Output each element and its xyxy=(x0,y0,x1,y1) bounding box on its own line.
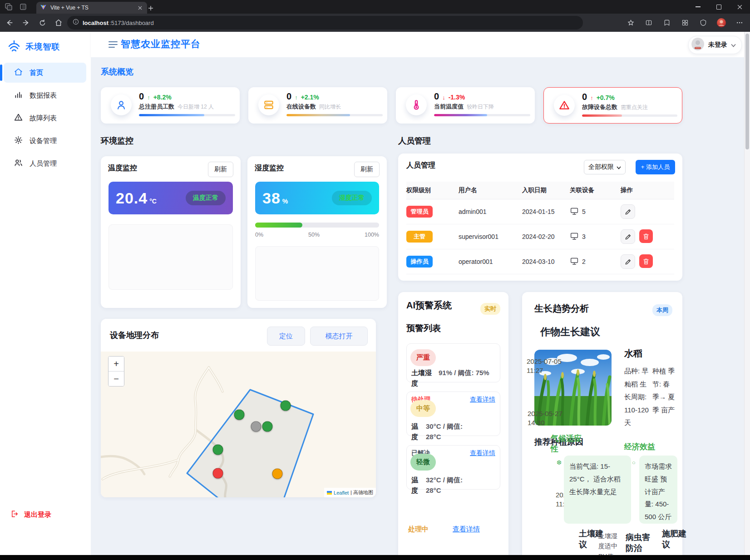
climate-text: 当前气温: 15-25°C， 适合水稻生长降水量充足 xyxy=(569,462,621,496)
back-icon[interactable] xyxy=(3,16,16,30)
sidebar-item-home[interactable]: 首页 xyxy=(4,63,86,83)
status-badge: 温度正常 xyxy=(186,191,226,205)
minimize-button[interactable] xyxy=(687,0,708,14)
device-marker[interactable] xyxy=(251,421,262,432)
settings-more-icon[interactable] xyxy=(733,16,746,30)
edit-button[interactable] xyxy=(621,254,635,269)
monitor-icon xyxy=(570,257,579,267)
favorites-icon[interactable] xyxy=(660,16,674,30)
zoom-out-button[interactable]: − xyxy=(109,371,124,386)
trend-value: +2.1% xyxy=(301,94,319,101)
fertilizer-title: 施肥建议 xyxy=(662,528,687,550)
stat-sublabel: 较昨日下降 xyxy=(467,103,494,111)
stat-value: 0 xyxy=(582,92,587,102)
filter-value: 全部权限 xyxy=(588,163,614,171)
logout-button[interactable]: 退出登录 xyxy=(10,510,51,520)
join-date-cell: 2024-03-10 xyxy=(522,258,570,265)
workspaces-icon[interactable] xyxy=(5,3,13,11)
device-marker[interactable] xyxy=(213,445,223,455)
stat-sublabel: 同比增长 xyxy=(319,103,341,111)
permission-filter-select[interactable]: 全部权限 xyxy=(584,160,626,174)
temperature-card: 温度监控 刷新 20.4 °C 温度正常 xyxy=(101,156,241,308)
map-markers-layer xyxy=(101,352,376,497)
collections-icon[interactable] xyxy=(678,16,692,30)
site-info-icon[interactable] xyxy=(73,19,79,27)
sidebar-item-label: 设备管理 xyxy=(30,137,57,145)
devices-icon xyxy=(258,94,279,115)
close-button[interactable] xyxy=(729,0,750,14)
device-count: 2 xyxy=(582,258,586,265)
tab-actions-icon[interactable] xyxy=(19,3,27,11)
sidebar-item-label: 首页 xyxy=(30,69,43,77)
view-details-link[interactable]: 查看详情 xyxy=(453,525,480,534)
home-icon[interactable] xyxy=(52,16,65,30)
stat-progress xyxy=(434,114,530,116)
warning-level-badge: 严重 xyxy=(410,349,436,366)
trend-up-icon: ↑ xyxy=(295,94,298,101)
url-host: localhost xyxy=(83,20,109,26)
role-badge: 主管 xyxy=(406,231,433,243)
stat-card-faults: 0↑+0.7% 故障设备总数需重点关注 xyxy=(543,87,682,124)
tab-title: Vite + Vue + TS xyxy=(50,5,133,11)
sidebar-item-personnel[interactable]: 人员管理 xyxy=(4,154,86,173)
delete-button[interactable] xyxy=(639,254,653,268)
warning-icon xyxy=(14,113,23,124)
card-title: AI预警系统 xyxy=(406,299,452,312)
stat-label: 在线设备数 xyxy=(286,103,316,111)
device-marker[interactable] xyxy=(234,410,245,420)
section-title-personnel: 人员管理 xyxy=(398,135,431,146)
scrollbar-thumb[interactable] xyxy=(745,34,749,149)
profile-avatar[interactable] xyxy=(715,16,728,30)
locate-button[interactable]: 定位 xyxy=(267,327,305,346)
sidebar-item-devices[interactable]: 设备管理 xyxy=(4,131,86,151)
tab-close-icon[interactable] xyxy=(136,4,143,11)
warning-detail: 32°C / 阈值: 28°C xyxy=(426,475,479,496)
personnel-table: 权限级别 用户名 入职日期 关联设备 操作 管理员 admin001 2024-… xyxy=(406,182,674,274)
zoom-in-button[interactable]: + xyxy=(109,357,124,371)
edit-button[interactable] xyxy=(621,229,635,244)
refresh-button[interactable]: 刷新 xyxy=(208,162,233,177)
leaflet-link[interactable]: Leaflet xyxy=(334,490,349,496)
browser-titlebar: Vite + Vue + TS xyxy=(0,0,750,14)
warning-item: 已解决 查看详情 轻微 温度 32°C / 阈值: 28°C xyxy=(406,445,500,490)
sidebar-item-faults[interactable]: 故障列表 xyxy=(4,108,86,128)
menu-toggle-icon[interactable] xyxy=(108,40,118,51)
address-bar[interactable]: localhost :5173/dashboard xyxy=(67,16,583,30)
device-marker[interactable] xyxy=(272,469,283,479)
split-screen-icon[interactable] xyxy=(642,16,656,30)
maximize-button[interactable] xyxy=(708,0,729,14)
leaflet-map[interactable]: + − Leaflet | 高德地图 xyxy=(101,352,376,497)
edit-button[interactable] xyxy=(621,204,635,219)
new-tab-button[interactable] xyxy=(146,4,155,13)
refresh-button[interactable]: 刷新 xyxy=(354,162,380,177)
temperature-chart-placeholder xyxy=(109,224,233,290)
temperature-banner: 20.4 °C 温度正常 xyxy=(109,182,233,214)
humidity-progress xyxy=(255,223,379,228)
user-menu[interactable]: 未登录 xyxy=(688,36,742,54)
economy-title: 经济效益 xyxy=(624,442,655,452)
device-marker[interactable] xyxy=(262,421,273,432)
view-details-link[interactable]: 查看详情 xyxy=(470,449,495,457)
browser-tab[interactable]: Vite + Vue + TS xyxy=(36,2,147,14)
device-marker[interactable] xyxy=(213,468,223,479)
stat-label: 总注册员工数 xyxy=(139,103,174,111)
bookmark-star-icon[interactable] xyxy=(624,16,637,30)
browser-essentials-icon[interactable] xyxy=(696,16,710,30)
week-badge: 本周 xyxy=(652,304,672,316)
flag-icon xyxy=(327,490,332,496)
column-header: 入职日期 xyxy=(522,186,570,194)
add-person-button[interactable]: + 添加人员 xyxy=(636,160,675,174)
device-count: 3 xyxy=(582,233,586,240)
humidity-card: 湿度监控 刷新 38 % 湿度正常 0% 50% 100% xyxy=(247,156,387,308)
view-details-link[interactable]: 查看详情 xyxy=(470,396,495,404)
open-modal-button[interactable]: 模态打开 xyxy=(310,327,368,346)
username-cell: supervisor001 xyxy=(459,233,522,240)
delete-button[interactable] xyxy=(639,229,653,243)
reload-icon[interactable] xyxy=(35,16,49,30)
device-marker[interactable] xyxy=(281,401,291,411)
forward-icon[interactable] xyxy=(19,16,33,30)
scale-label: 0% xyxy=(255,232,263,238)
warning-status: 处理中 xyxy=(408,525,429,534)
device-map-card: 设备地理分布 定位 模态打开 xyxy=(101,319,376,497)
sidebar-item-reports[interactable]: 数据报表 xyxy=(4,85,86,105)
